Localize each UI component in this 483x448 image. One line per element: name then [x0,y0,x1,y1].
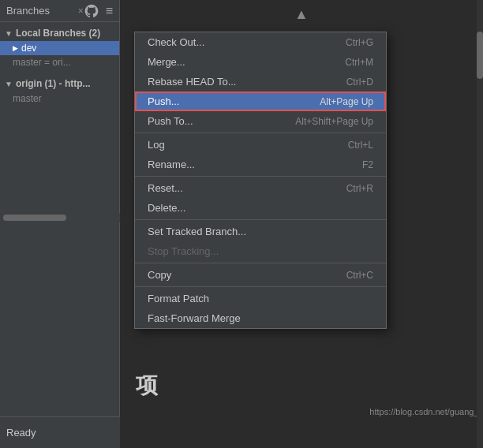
menu-item-delete-[interactable]: Delete... [135,198,386,218]
vertical-scrollbar[interactable] [477,0,483,448]
menu-item-label: Set Tracked Branch... [148,226,246,237]
menu-item-label: Merge... [148,56,185,68]
panel-title: Branches [6,5,75,17]
status-bar: Ready [0,416,120,448]
menu-item-label: Delete... [148,202,185,214]
menu-item-push-to-[interactable]: Push To...Alt+Shift+Page Up [135,111,386,131]
local-branches-header[interactable]: ▼ Local Branches (2) [0,25,119,41]
vertical-scrollbar-thumb[interactable] [477,32,483,79]
menu-item-shortcut: Ctrl+M [345,57,373,68]
menu-item-shortcut: F2 [362,159,373,170]
menu-item-shortcut: Alt+Page Up [320,96,373,107]
dev-branch-item[interactable]: dev [0,41,119,55]
menu-item-label: Copy [148,269,171,281]
menu-item-label: Rebase HEAD To... [148,76,236,88]
menu-item-shortcut: Ctrl+C [346,270,373,281]
menu-item-label: Push To... [148,115,193,127]
status-text: Ready [6,427,36,439]
origin-section: ▼ origin (1) - http... master [0,73,119,109]
menu-item-label: Log [148,139,165,151]
menu-separator-11 [135,219,386,220]
master-branch-item[interactable]: master = ori... [0,55,119,69]
github-icon[interactable] [84,3,99,19]
panel-header: Branches × ≡ [0,0,119,22]
context-menu: Check Out...Ctrl+GMerge...Ctrl+MRebase H… [134,32,387,329]
menu-separator-16 [135,286,386,287]
menu-item-format-patch[interactable]: Format Patch [135,289,386,308]
menu-item-label: Format Patch [148,293,209,304]
left-panel: Branches × ≡ ▼ Local Branches (2) dev ma… [0,0,120,448]
chinese-content-text: 项 [136,371,158,401]
menu-item-merge-[interactable]: Merge...Ctrl+M [135,52,386,72]
menu-item-reset-[interactable]: Reset...Ctrl+R [135,178,386,198]
menu-item-stop-tracking-: Stop Tracking... [135,241,386,261]
panel-close-button[interactable]: × [78,6,84,17]
menu-item-shortcut: Ctrl+G [346,37,373,48]
menu-item-rebase-head-to-[interactable]: Rebase HEAD To...Ctrl+D [135,72,386,91]
origin-master-label: master [13,93,42,104]
menu-item-fast-forward-merge[interactable]: Fast-Forward Merge [135,308,386,328]
origin-header[interactable]: ▼ origin (1) - http... [0,76,119,91]
origin-label: origin (1) - http... [16,78,91,89]
url-text: https://blog.csdn.net/guang_s [369,407,483,416]
menu-item-shortcut: Alt+Shift+Page Up [295,116,373,127]
origin-expand-icon: ▼ [5,80,13,88]
menu-item-label: Fast-Forward Merge [148,312,241,324]
menu-separator-14 [135,263,386,263]
menu-item-rename-[interactable]: Rename...F2 [135,155,386,174]
menu-separator-5 [135,133,386,133]
menu-item-shortcut: Ctrl+L [348,140,373,151]
menu-item-log[interactable]: LogCtrl+L [135,135,386,155]
panel-icons: ≡ [84,3,113,19]
menu-item-push-[interactable]: Push...Alt+Page Up [135,91,386,111]
menu-item-set-tracked-branch-[interactable]: Set Tracked Branch... [135,222,386,241]
dev-branch-label: dev [21,43,36,54]
master-branch-label: master = ori... [13,57,71,68]
local-branches-label: Local Branches (2) [16,28,100,39]
menu-item-label: Check Out... [148,36,204,48]
menu-separator-8 [135,176,386,177]
expand-triangle-icon: ▼ [5,29,13,38]
menu-item-label: Reset... [148,182,183,194]
horizontal-scroll-area[interactable] [0,213,120,222]
collapse-arrow-icon[interactable]: ▲ [294,6,309,23]
origin-master-item[interactable]: master [0,91,119,106]
menu-item-label: Rename... [148,159,195,170]
hamburger-menu-icon[interactable]: ≡ [106,4,113,18]
local-branches-section: ▼ Local Branches (2) dev master = ori... [0,22,119,73]
menu-item-copy[interactable]: CopyCtrl+C [135,265,386,285]
menu-item-label: Push... [148,95,179,107]
menu-item-check-out-[interactable]: Check Out...Ctrl+G [135,32,386,52]
menu-item-label: Stop Tracking... [148,245,219,257]
menu-item-shortcut: Ctrl+D [346,77,373,88]
menu-item-shortcut: Ctrl+R [346,183,373,194]
horizontal-scrollbar-thumb[interactable] [3,215,66,221]
